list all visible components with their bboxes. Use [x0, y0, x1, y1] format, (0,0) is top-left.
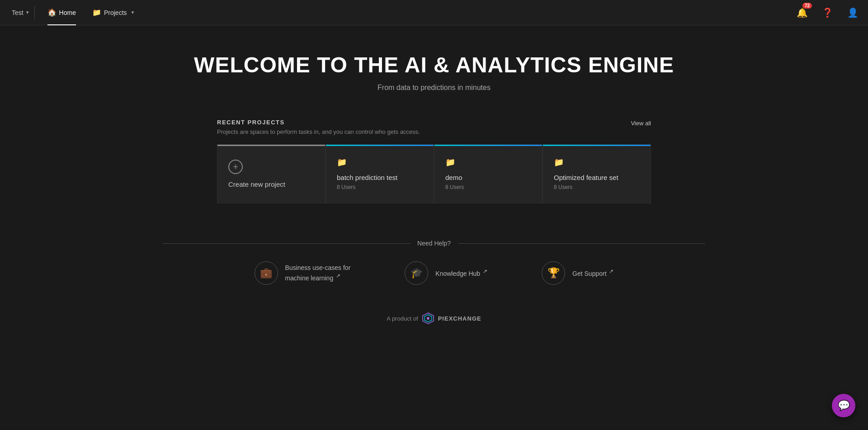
help-item-business-label2: machine learning ↗: [285, 274, 341, 282]
projects-tab[interactable]: 📁 Projects ▼: [85, 0, 142, 25]
nav-left: Test ▼ 🏠 Home 📁 Projects ▼: [7, 0, 142, 25]
create-card-label: Create new project: [228, 180, 314, 188]
projects-chevron-icon: ▼: [131, 10, 135, 15]
footer-logo: A product of PIEXCHANGE: [387, 312, 481, 325]
footer-brand-label: PIEXCHANGE: [438, 315, 481, 322]
help-item-knowledge-label: Knowledge Hub ↗: [435, 268, 487, 278]
create-plus-icon: +: [228, 160, 243, 174]
help-button[interactable]: ❓: [819, 5, 835, 21]
project-name-0: batch prediction test: [337, 174, 423, 181]
folder-icon-2: 📁: [554, 157, 640, 167]
create-icon-wrapper: +: [228, 160, 314, 174]
projects-header: RECENT PROJECTS Projects are spaces to p…: [217, 119, 651, 135]
home-icon: 🏠: [47, 8, 57, 17]
projects-section-title: RECENT PROJECTS: [217, 119, 420, 126]
workspace-chevron-icon: ▼: [25, 10, 30, 15]
projects-grid: + Create new project 📁 batch prediction …: [217, 144, 651, 203]
need-help-label: Need Help?: [417, 240, 451, 247]
main-content: WELCOME TO THE AI & ANALYTICS ENGINE Fro…: [0, 25, 868, 352]
folder-icon-0: 📁: [337, 157, 423, 167]
topnav: Test ▼ 🏠 Home 📁 Projects ▼ 🔔 72 ❓ 👤: [0, 0, 868, 25]
divider-right: [458, 243, 705, 244]
help-item-business-label: Business use-cases for machine learning …: [285, 264, 351, 283]
project-name-1: demo: [445, 174, 531, 181]
project-card-2[interactable]: 📁 Optimized feature set 8 Users: [542, 144, 651, 203]
workspace-label: Test: [12, 9, 24, 16]
folder-icon-1: 📁: [445, 157, 531, 167]
notification-badge: 72: [802, 3, 812, 9]
help-item-business[interactable]: 💼 Business use-cases for machine learnin…: [255, 261, 351, 285]
project-users-1: 8 Users: [445, 184, 531, 190]
project-name-2: Optimized feature set: [554, 174, 640, 181]
help-items: 💼 Business use-cases for machine learnin…: [163, 261, 705, 285]
home-tab-label: Home: [59, 9, 76, 16]
help-item-support-label: Get Support ↗: [572, 268, 613, 278]
create-project-card[interactable]: + Create new project: [217, 144, 326, 203]
divider-left: [163, 243, 410, 244]
projects-tab-label: Projects: [104, 9, 127, 16]
user-button[interactable]: 👤: [844, 5, 861, 21]
recent-projects-section: RECENT PROJECTS Projects are spaces to p…: [217, 119, 651, 203]
project-card-1[interactable]: 📁 demo 8 Users: [434, 144, 542, 203]
svg-point-2: [427, 317, 429, 320]
chat-fab-button[interactable]: 💬: [832, 394, 855, 417]
chat-icon: 💬: [838, 400, 850, 411]
question-icon: ❓: [822, 7, 833, 18]
project-users-2: 8 Users: [554, 184, 640, 190]
footer-product-label: A product of: [387, 315, 418, 322]
divider-row: Need Help?: [163, 240, 705, 247]
nav-right: 🔔 72 ❓ 👤: [794, 5, 861, 21]
footer: A product of PIEXCHANGE: [163, 312, 705, 334]
piexchange-logo-icon: [422, 312, 434, 325]
briefcase-icon: 💼: [255, 261, 278, 285]
external-link-icon-support: ↗: [609, 268, 613, 274]
help-item-support[interactable]: 🏆 Get Support ↗: [542, 261, 613, 285]
graduation-icon: 🎓: [405, 261, 428, 285]
hero-title: WELCOME TO THE AI & ANALYTICS ENGINE: [194, 52, 674, 77]
hero-subtitle: From data to predictions in minutes: [377, 84, 491, 92]
projects-section-desc: Projects are spaces to perform tasks in,…: [217, 128, 420, 135]
help-item-knowledge[interactable]: 🎓 Knowledge Hub ↗: [405, 261, 487, 285]
home-tab[interactable]: 🏠 Home: [40, 0, 83, 25]
bell-icon: 🔔: [797, 7, 808, 18]
project-users-0: 8 Users: [337, 184, 423, 190]
notification-button[interactable]: 🔔 72: [794, 5, 810, 21]
user-icon: 👤: [847, 7, 859, 18]
workspace-selector[interactable]: Test ▼: [7, 6, 35, 19]
projects-icon: 📁: [92, 8, 101, 17]
project-card-0[interactable]: 📁 batch prediction test 8 Users: [326, 144, 434, 203]
need-help-section: Need Help? 💼 Business use-cases for mach…: [163, 240, 705, 334]
external-link-icon-knowledge: ↗: [483, 268, 487, 274]
view-all-link[interactable]: View all: [631, 119, 651, 127]
trophy-icon: 🏆: [542, 261, 565, 285]
projects-header-left: RECENT PROJECTS Projects are spaces to p…: [217, 119, 420, 135]
